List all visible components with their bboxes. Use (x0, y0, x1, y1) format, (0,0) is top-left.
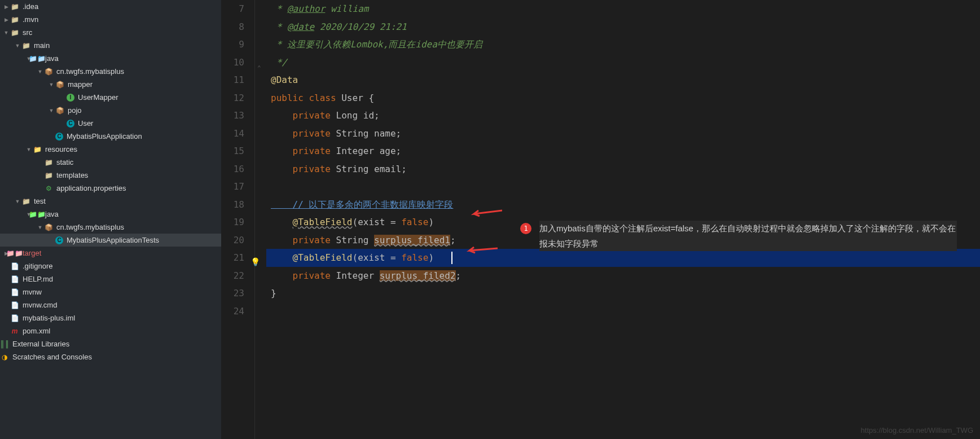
tree-item-src[interactable]: src (0, 26, 221, 39)
line-number: 15 (221, 142, 244, 160)
chevron-right-icon[interactable] (2, 4, 10, 10)
tree-item-iml[interactable]: 📄 mybatis-plus.iml (0, 311, 221, 324)
tree-item-main[interactable]: main (0, 39, 221, 52)
tree-label: .gitignore (23, 262, 52, 270)
tree-item-resources[interactable]: 📁 resources (0, 143, 221, 156)
code-line[interactable]: private String name; (266, 125, 980, 143)
code-line[interactable]: private Long id; (266, 107, 980, 125)
tree-item-idea[interactable]: .idea (0, 0, 221, 13)
line-number: 17 (221, 178, 244, 196)
chevron-right-icon[interactable] (2, 17, 10, 23)
tree-item-app[interactable]: C MybatisPlusApplication (0, 130, 221, 143)
tree-label: pojo (68, 106, 82, 115)
folder-icon (21, 41, 30, 50)
tree-item-pojo[interactable]: 📦 pojo (0, 104, 221, 117)
package-icon: 📦 (55, 80, 64, 89)
tree-item-user[interactable]: C User (0, 117, 221, 130)
line-number: 8 (221, 18, 244, 36)
folder-icon (10, 2, 19, 11)
tree-item-usermapper[interactable]: I UserMapper (0, 91, 221, 104)
tree-label: UserMapper (78, 93, 118, 102)
file-icon: 📄 (10, 314, 19, 323)
code-line[interactable]: private Integer age; (266, 142, 980, 160)
maven-icon: m (10, 327, 19, 336)
tree-item-pom[interactable]: m pom.xml (0, 324, 221, 337)
code-area[interactable]: * @author william * @date 2020/10/29 21:… (266, 0, 980, 439)
line-number: 7 (221, 0, 244, 18)
tree-label: test (34, 197, 46, 205)
tree-label: resources (45, 145, 77, 153)
line-number: 18 (221, 196, 244, 214)
chevron-down-icon[interactable] (25, 147, 33, 152)
resources-folder-icon: 📁 (33, 145, 42, 154)
tree-label: User (78, 119, 93, 128)
annotation-callout: 1 加入mybatis自带的这个注解后exist=false，那么在自动映射过程… (520, 221, 957, 251)
code-line-current[interactable]: 💡 @TableField(exist = false) (266, 249, 980, 267)
tree-label: mapper (68, 80, 93, 89)
tree-label: templates (56, 171, 88, 179)
chevron-down-icon[interactable] (36, 225, 44, 230)
tree-item-java-test[interactable]: 📁 java (0, 208, 221, 221)
tree-label: pom.xml (23, 327, 50, 335)
tree-item-target[interactable]: 📁 target (0, 247, 221, 260)
chevron-down-icon[interactable] (47, 108, 55, 113)
intention-bulb-icon[interactable]: 💡 (251, 253, 260, 271)
tree-item-gitignore[interactable]: 📄 .gitignore (0, 260, 221, 273)
tree-item-appprops[interactable]: ⚙ application.properties (0, 182, 221, 195)
libraries-icon: ║║ (0, 340, 9, 349)
tree-item-apptests[interactable]: C MybatisPlusApplicationTests (0, 234, 221, 247)
code-line[interactable]: * 这里要引入依赖Lombok,而且在idea中也要开启 (266, 36, 980, 54)
tree-item-mvnwcmd[interactable]: 📄 mvnw.cmd (0, 298, 221, 311)
line-number: 19 (221, 213, 244, 231)
code-editor[interactable]: 7 8 9 10 11 12 13 14 15 16 17 18 19 20 2… (221, 0, 980, 439)
line-number: 13 (221, 107, 244, 125)
scratches-icon: ◑ (0, 353, 9, 362)
line-number: 11 (221, 71, 244, 89)
tree-label: static (56, 158, 73, 166)
line-number: 9 (221, 36, 244, 54)
code-line[interactable]: // 以下是多余的两个非数据库映射字段 (266, 196, 980, 214)
chevron-down-icon[interactable] (14, 199, 21, 204)
code-line[interactable]: @Data (266, 71, 980, 89)
code-line[interactable]: ⌃ */ (266, 54, 980, 72)
chevron-down-icon[interactable] (47, 82, 55, 87)
tree-item-java[interactable]: 📁 java (0, 52, 221, 65)
tree-item-test[interactable]: test (0, 195, 221, 208)
code-line[interactable]: private String email; (266, 160, 980, 178)
code-line[interactable]: public class User { (266, 89, 980, 107)
code-line[interactable] (266, 178, 980, 196)
package-icon: 📦 (44, 223, 53, 232)
code-line[interactable]: * @date 2020/10/29 21:21 (266, 18, 980, 36)
class-icon: C (55, 236, 63, 244)
tree-item-help[interactable]: 📄 HELP.md (0, 273, 221, 286)
chevron-down-icon[interactable] (2, 30, 10, 36)
tree-item-mvnw[interactable]: 📄 mvnw (0, 286, 221, 298)
tree-item-external-libraries[interactable]: ║║ External Libraries (0, 337, 221, 350)
tree-item-scratches[interactable]: ◑ Scratches and Consoles (0, 350, 221, 363)
fold-icon[interactable]: ⌃ (257, 59, 261, 77)
tree-item-templates[interactable]: templates (0, 169, 221, 182)
tree-label: main (34, 41, 50, 50)
tree-item-mapper[interactable]: 📦 mapper (0, 78, 221, 91)
tree-item-package-test[interactable]: 📦 cn.twgfs.mybatisplus (0, 221, 221, 234)
markdown-file-icon: 📄 (10, 275, 19, 284)
code-line[interactable]: * @author william (266, 0, 980, 18)
code-line[interactable] (266, 302, 980, 321)
code-line[interactable]: private Integer surplus_filed2; (266, 267, 980, 285)
tree-label: java (45, 210, 59, 218)
interface-icon: I (67, 94, 74, 102)
chevron-down-icon[interactable] (36, 69, 44, 74)
tree-item-mvn[interactable]: .mvn (0, 13, 221, 26)
line-number: 24 (221, 302, 244, 321)
code-line[interactable]: } (266, 284, 980, 302)
tree-label: MybatisPlusApplication (67, 132, 142, 141)
project-tree-panel[interactable]: .idea .mvn src main 📁 java 📦 cn.twgfs.my… (0, 0, 221, 439)
source-folder-icon: 📁 (33, 54, 42, 63)
folder-icon (10, 15, 19, 24)
file-icon: 📄 (10, 262, 19, 271)
chevron-down-icon[interactable] (14, 43, 21, 49)
folder-icon (10, 28, 19, 37)
tree-label: .mvn (23, 15, 38, 24)
tree-item-package[interactable]: 📦 cn.twgfs.mybatisplus (0, 65, 221, 78)
tree-item-static[interactable]: static (0, 156, 221, 169)
